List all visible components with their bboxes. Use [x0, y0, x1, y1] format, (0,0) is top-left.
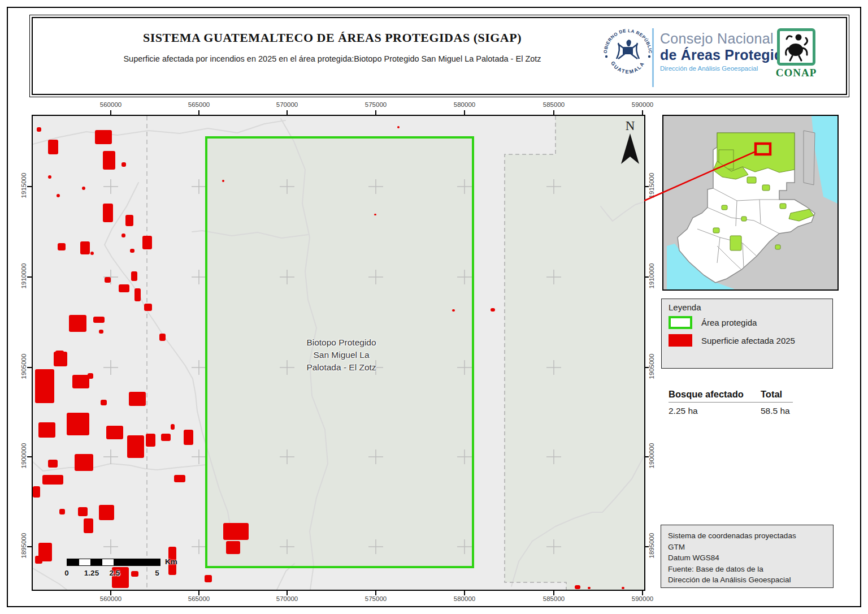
y-axis-label-right: 1910000: [648, 250, 655, 301]
bosque-afectado-value: 2.25 ha: [669, 406, 761, 416]
info-line: GTM: [668, 542, 826, 553]
x-axis-label-bottom: 580000: [439, 595, 490, 602]
y-tick-mark: [644, 456, 649, 457]
x-axis-label-top: 575000: [350, 101, 401, 108]
y-axis-label-left: 1915000: [20, 160, 27, 211]
x-axis-label-bottom: 570000: [262, 595, 313, 602]
conap-monkey-icon: [777, 28, 815, 66]
y-tick-mark: [27, 367, 32, 368]
scale-bar-segment: [114, 559, 160, 565]
protected-area-label: Biotopo Protegido San Miguel La Palotada…: [257, 336, 426, 374]
x-axis-label-top: 560000: [85, 101, 136, 108]
logo-separator: [652, 28, 654, 87]
x-tick-mark: [287, 110, 288, 115]
legend-title: Leyenda: [669, 302, 701, 312]
y-tick-mark: [644, 367, 649, 368]
scale-bar: 01.252.55 Km: [67, 559, 197, 582]
conap-logo: CONAP: [772, 28, 821, 79]
info-line: Datum WGS84: [668, 552, 826, 564]
x-axis-label-bottom: 585000: [528, 595, 579, 602]
header-box: SISTEMA GUATEMALTECO DE ÁREAS PROTEGIDAS…: [29, 15, 849, 97]
scale-bar-segment: [90, 559, 102, 565]
table-value-row: 2.25 ha 58.5 ha: [669, 406, 793, 416]
x-axis-label-bottom: 565000: [173, 595, 224, 602]
page-subtitle: Superficie afectada por incendios en 202…: [106, 53, 558, 65]
col-bosque-afectado: Bosque afectado: [669, 389, 761, 400]
legend-box: Leyenda Área protegida Superficie afecta…: [661, 299, 833, 369]
x-tick-mark: [198, 110, 199, 115]
scale-bar-unit: Km: [165, 557, 177, 566]
x-tick-mark: [375, 110, 376, 115]
table-divider: [669, 402, 793, 403]
scale-bar-tick-label: 5: [155, 569, 159, 577]
x-tick-mark: [110, 591, 111, 595]
north-arrow-icon: [620, 133, 640, 166]
x-axis-label-bottom: 560000: [85, 595, 136, 602]
x-tick-mark: [375, 591, 376, 595]
x-axis-label-bottom: 575000: [350, 595, 401, 602]
scale-bar-tick-label: 1.25: [84, 569, 99, 577]
page-title: SISTEMA GUATEMALTECO DE ÁREAS PROTEGIDAS…: [67, 31, 598, 45]
main-map: Biotopo Protegido San Miguel La Palotada…: [32, 115, 645, 591]
affected-forest-table: Bosque afectado Total 2.25 ha 58.5 ha: [669, 389, 793, 416]
y-axis-label-right: 1900000: [648, 430, 655, 481]
x-axis-label-top: 565000: [173, 101, 224, 108]
y-tick-mark: [644, 546, 649, 547]
col-total: Total: [761, 389, 782, 400]
x-axis-label-top: 585000: [528, 101, 579, 108]
x-axis-label-top: 570000: [262, 101, 313, 108]
y-axis-label-left: 1905000: [20, 341, 27, 392]
x-axis-label-bottom: 590000: [617, 595, 668, 602]
legend-item-affected: Superficie afectada 2025: [669, 334, 795, 347]
x-tick-mark: [642, 110, 643, 115]
north-arrow: N: [618, 119, 643, 168]
info-line: Fuente: Base de datos de la: [668, 564, 826, 575]
y-axis-label-right: 1915000: [648, 160, 655, 211]
y-tick-mark: [644, 276, 649, 278]
y-tick-mark: [27, 186, 32, 187]
x-tick-mark: [110, 110, 111, 115]
x-axis-label-top: 580000: [439, 101, 490, 108]
y-axis-label-left: 1900000: [20, 430, 27, 481]
scale-bar-tick-label: 0: [64, 569, 69, 577]
scale-bar-segment: [79, 559, 91, 565]
info-line: Sistema de coordenadas proyectadas: [668, 530, 826, 542]
north-label: N: [618, 119, 643, 133]
scale-bar-segments: [67, 559, 160, 566]
x-tick-mark: [553, 591, 554, 595]
x-axis-label-top: 590000: [617, 101, 668, 108]
scale-bar-segment: [102, 559, 114, 565]
x-tick-mark: [198, 591, 199, 595]
scale-bar-segment: [67, 559, 79, 565]
guatemala-seal-logo: GOBIERNO DE LA REPÚBLICA GUATEMALA: [600, 24, 656, 80]
affected-area-swatch: [669, 334, 692, 347]
total-value: 58.5 ha: [761, 406, 790, 416]
coordinate-system-box: Sistema de coordenadas proyectadas GTM D…: [661, 525, 834, 588]
x-tick-mark: [287, 591, 288, 595]
y-axis-label-right: 1895000: [648, 520, 655, 571]
map-document: SISTEMA GUATEMALTECO DE ÁREAS PROTEGIDAS…: [0, 0, 868, 614]
y-tick-mark: [27, 456, 32, 457]
y-tick-mark: [27, 276, 32, 278]
table-header-row: Bosque afectado Total: [669, 389, 793, 400]
info-line: Dirección de la Análisis Geoespacial: [668, 574, 826, 586]
header-inner-border: SISTEMA GUATEMALTECO DE ÁREAS PROTEGIDAS…: [32, 17, 847, 95]
x-tick-mark: [553, 110, 554, 115]
conap-label: CONAP: [772, 67, 821, 79]
x-tick-mark: [464, 110, 465, 115]
y-axis-label-left: 1895000: [20, 520, 27, 571]
legend-item-protected: Área protegida: [669, 316, 757, 329]
x-tick-mark: [642, 591, 643, 595]
scale-bar-tick-label: 2.5: [110, 569, 120, 577]
y-tick-mark: [644, 186, 649, 187]
y-axis-label-left: 1910000: [20, 250, 27, 301]
inset-locator-map: [662, 115, 839, 291]
x-tick-mark: [464, 591, 465, 595]
protected-area-swatch: [669, 316, 692, 329]
y-tick-mark: [27, 546, 32, 547]
y-axis-label-right: 1905000: [648, 341, 655, 392]
